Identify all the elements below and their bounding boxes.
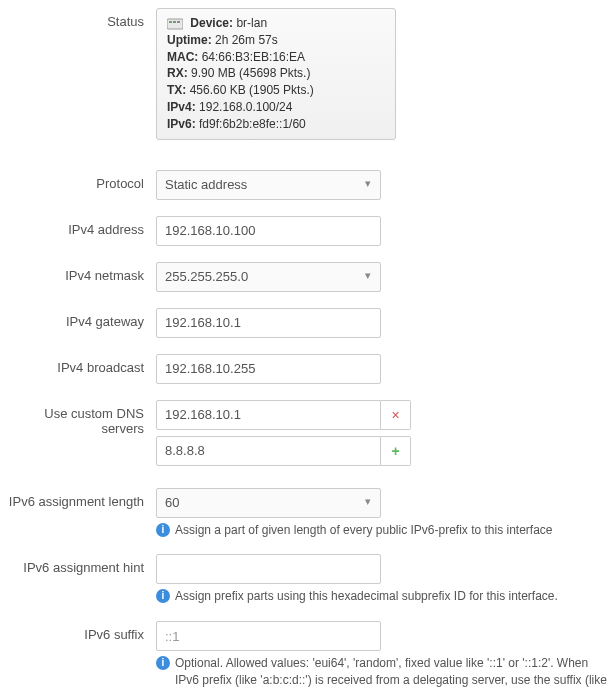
ipv6-assign-len-select[interactable]: 60 <box>156 488 381 518</box>
ipv4-broadcast-label: IPv4 broadcast <box>0 354 156 375</box>
ipv6-assign-len-label: IPv6 assignment length <box>0 488 156 509</box>
status-rx-label: RX: <box>167 66 188 80</box>
status-uptime-label: Uptime: <box>167 33 212 47</box>
ipv6-assign-hint-hint: i Assign prefix parts using this hexadec… <box>156 588 610 605</box>
ipv4-netmask-label: IPv4 netmask <box>0 262 156 283</box>
ipv4-address-input[interactable] <box>156 216 381 246</box>
dns-server-input-1[interactable] <box>156 400 381 430</box>
dns-remove-button[interactable]: × <box>381 400 411 430</box>
ipv6-suffix-hint: i Optional. Allowed values: 'eui64', 'ra… <box>156 655 610 690</box>
ipv6-suffix-label: IPv6 suffix <box>0 621 156 642</box>
status-uptime-value: 2h 26m 57s <box>215 33 278 47</box>
dns-server-input-2[interactable] <box>156 436 381 466</box>
status-tx-label: TX: <box>167 83 186 97</box>
status-ipv4-label: IPv4: <box>167 100 196 114</box>
ipv4-address-label: IPv4 address <box>0 216 156 237</box>
dns-add-button[interactable]: + <box>381 436 411 466</box>
network-device-icon <box>167 18 183 30</box>
ipv4-gateway-input[interactable] <box>156 308 381 338</box>
info-icon: i <box>156 523 170 537</box>
remove-icon: × <box>391 408 399 422</box>
custom-dns-label: Use custom DNS servers <box>0 400 156 436</box>
protocol-label: Protocol <box>0 170 156 191</box>
ipv6-assign-hint-input[interactable] <box>156 554 381 584</box>
status-ipv6-label: IPv6: <box>167 117 196 131</box>
status-ipv4-value: 192.168.0.100/24 <box>199 100 292 114</box>
ipv4-broadcast-input[interactable] <box>156 354 381 384</box>
info-icon: i <box>156 656 170 670</box>
ipv4-gateway-label: IPv4 gateway <box>0 308 156 329</box>
ipv6-assign-hint-label: IPv6 assignment hint <box>0 554 156 575</box>
status-device-label: Device: <box>190 16 233 30</box>
svg-rect-2 <box>173 21 176 23</box>
status-rx-value: 9.90 MB (45698 Pkts.) <box>191 66 310 80</box>
ipv4-netmask-select[interactable]: 255.255.255.0 <box>156 262 381 292</box>
status-tx-value: 456.60 KB (1905 Pkts.) <box>190 83 314 97</box>
status-device-value: br-lan <box>236 16 267 30</box>
status-box: Device: br-lan Uptime: 2h 26m 57s MAC: 6… <box>156 8 396 140</box>
ipv6-suffix-input[interactable] <box>156 621 381 651</box>
svg-rect-3 <box>177 21 180 23</box>
status-ipv6-value: fd9f:6b2b:e8fe::1/60 <box>199 117 306 131</box>
ipv6-assign-len-hint: i Assign a part of given length of every… <box>156 522 610 539</box>
status-mac-value: 64:66:B3:EB:16:EA <box>202 50 305 64</box>
info-icon: i <box>156 589 170 603</box>
svg-rect-0 <box>167 19 183 29</box>
svg-rect-1 <box>169 21 172 23</box>
protocol-select[interactable]: Static address <box>156 170 381 200</box>
add-icon: + <box>391 444 399 458</box>
status-label: Status <box>0 8 156 29</box>
status-mac-label: MAC: <box>167 50 198 64</box>
